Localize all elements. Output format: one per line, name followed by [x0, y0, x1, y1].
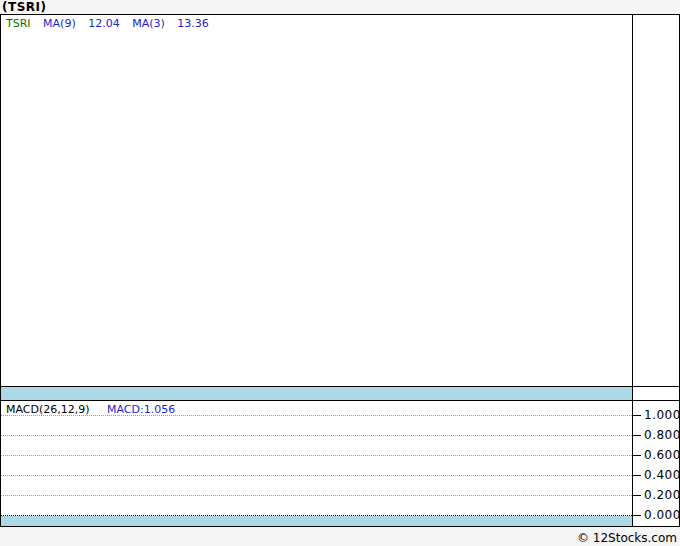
ma3-value: 13.36 — [177, 17, 209, 30]
ma9-value: 12.04 — [88, 17, 120, 30]
panel-separator-line-bottom — [1, 400, 679, 401]
gridline-0.200 — [1, 495, 632, 496]
axis-divider-line — [632, 15, 633, 526]
watermark: © 12Stocks.com — [577, 531, 677, 545]
axis-label: 1.000 — [644, 409, 680, 421]
gridline-1.000 — [1, 415, 632, 416]
date-axis-band-lower — [1, 516, 632, 526]
page-title: (TSRI) — [2, 0, 47, 14]
axis-tick — [633, 515, 641, 516]
date-axis-band-upper — [1, 387, 632, 400]
axis-label: 0.800 — [644, 429, 680, 441]
chart-frame: TSRI MA(9) 12.04 MA(3) 13.36 MACD(26,12,… — [0, 14, 680, 527]
stock-chart-page: (TSRI) TSRI MA(9) 12.04 MA(3) 13.36 MACD… — [0, 0, 680, 546]
axis-tick — [633, 415, 641, 416]
symbol-label: TSRI — [6, 17, 31, 30]
axis-label: 0.200 — [644, 489, 680, 501]
axis-tick — [633, 455, 641, 456]
axis-tick — [633, 475, 641, 476]
ma9-label: MA(9) — [43, 17, 76, 30]
axis-label: 0.400 — [644, 469, 680, 481]
axis-label: 0.000 — [644, 509, 680, 521]
gridline-0.400 — [1, 475, 632, 476]
gridline-0.600 — [1, 455, 632, 456]
axis-label: 0.600 — [644, 449, 680, 461]
axis-tick — [633, 495, 641, 496]
main-chart-legend: TSRI MA(9) 12.04 MA(3) 13.36 — [6, 17, 218, 30]
ma3-label: MA(3) — [132, 17, 165, 30]
gridline-0.800 — [1, 435, 632, 436]
axis-tick — [633, 435, 641, 436]
